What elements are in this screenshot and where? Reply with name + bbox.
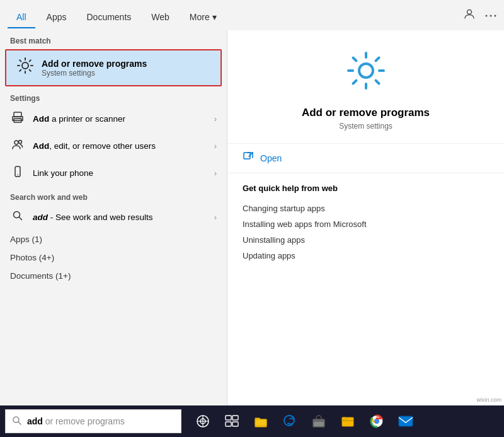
best-match-label: Best match: [0, 30, 227, 48]
taskbar-search-text: add or remove programs: [27, 416, 125, 426]
search-icon: [10, 210, 25, 224]
users-icon: [10, 138, 25, 154]
taskbar-taskview-icon[interactable]: [192, 410, 214, 433]
settings-label: Settings: [0, 88, 227, 105]
chevron-right-icon: ›: [214, 115, 217, 124]
taskbar: add or remove programs: [0, 405, 504, 437]
right-gear-icon: [346, 50, 386, 99]
svg-point-4: [22, 62, 28, 69]
settings-item-users[interactable]: Add, edit, or remove other users ›: [0, 132, 227, 160]
taskbar-chrome-icon[interactable]: [365, 410, 388, 433]
svg-point-1: [486, 15, 488, 17]
svg-point-3: [495, 15, 496, 17]
category-documents[interactable]: Documents (1+): [0, 267, 227, 285]
best-match-subtitle: System settings: [42, 69, 147, 78]
taskbar-mail-icon[interactable]: [394, 410, 417, 433]
quick-help-link-2[interactable]: Uninstalling apps: [243, 232, 489, 248]
svg-point-7: [20, 118, 21, 119]
tab-apps[interactable]: Apps: [38, 7, 76, 28]
taskbar-desktop-icon[interactable]: [220, 410, 243, 433]
tab-web[interactable]: Web: [142, 7, 178, 28]
best-match-text: Add or remove programs System settings: [42, 59, 147, 78]
svg-point-11: [17, 174, 18, 175]
svg-rect-23: [232, 422, 238, 426]
right-header: Add or remove programs System settings: [227, 30, 504, 144]
chevron-right-icon-3: ›: [214, 169, 217, 178]
content-area: Best match Add or remove programs System…: [0, 30, 504, 437]
printer-icon: [10, 111, 25, 127]
taskbar-edge-icon[interactable]: [278, 410, 301, 433]
search-web-label: Search work and web: [0, 187, 227, 204]
svg-point-2: [490, 15, 492, 17]
watermark: wixin.com: [474, 395, 504, 404]
quick-help-title: Get quick help from web: [243, 184, 489, 193]
svg-point-31: [374, 419, 379, 424]
taskbar-icons: [192, 410, 417, 433]
svg-rect-20: [226, 416, 231, 420]
tab-all[interactable]: All: [8, 7, 35, 28]
category-apps[interactable]: Apps (1): [0, 230, 227, 248]
right-panel: Add or remove programs System settings O…: [227, 30, 504, 437]
category-photos[interactable]: Photos (4+): [0, 248, 227, 267]
quick-help-link-3[interactable]: Updating apps: [243, 248, 489, 264]
svg-rect-26: [313, 419, 324, 422]
feedback-icon[interactable]: [464, 8, 475, 22]
open-icon: [243, 151, 254, 165]
more-options-icon[interactable]: [485, 8, 496, 22]
svg-rect-22: [226, 422, 231, 426]
open-label: Open: [260, 153, 282, 163]
right-title: Add or remove programs: [302, 107, 430, 119]
taskbar-explorer-icon[interactable]: [249, 410, 272, 433]
taskbar-search-icon: [12, 416, 22, 428]
nav-action-icons: [464, 8, 496, 22]
svg-rect-24: [255, 419, 266, 426]
taskbar-files-icon[interactable]: [336, 410, 359, 433]
svg-rect-32: [399, 416, 413, 426]
tab-more[interactable]: More ▾: [181, 7, 226, 28]
quick-help-link-1[interactable]: Installing web apps from Microsoft: [243, 216, 489, 232]
best-match-item[interactable]: Add or remove programs System settings: [5, 49, 222, 86]
phone-item-text: Link your phone: [33, 168, 214, 178]
search-web-text: add - See work and web results: [33, 213, 214, 222]
svg-rect-21: [232, 416, 238, 420]
settings-item-printer[interactable]: Add a printer or scanner ›: [0, 105, 227, 132]
svg-point-13: [359, 64, 373, 78]
gear-icon: [16, 57, 34, 79]
users-item-text: Add, edit, or remove other users: [33, 141, 214, 151]
open-button[interactable]: Open: [227, 144, 504, 173]
best-match-title: Add or remove programs: [42, 59, 147, 69]
right-subtitle: System settings: [339, 122, 392, 131]
chevron-right-icon-2: ›: [214, 142, 217, 151]
taskbar-store-icon[interactable]: [307, 410, 330, 433]
svg-point-0: [467, 10, 472, 15]
settings-item-phone[interactable]: Link your phone ›: [0, 160, 227, 187]
svg-point-9: [19, 141, 22, 144]
svg-point-8: [14, 141, 18, 144]
taskbar-search-box[interactable]: add or remove programs: [5, 409, 181, 433]
left-panel: Best match Add or remove programs System…: [0, 30, 227, 437]
svg-rect-29: [342, 417, 346, 420]
tab-documents[interactable]: Documents: [77, 7, 140, 28]
svg-rect-5: [14, 112, 21, 117]
chevron-right-icon-4: ›: [214, 213, 217, 222]
quick-help-section: Get quick help from web Changing startup…: [227, 173, 504, 274]
phone-icon: [10, 165, 25, 181]
printer-item-text: Add a printer or scanner: [33, 114, 214, 124]
nav-tabs: All Apps Documents Web More ▾: [0, 0, 504, 30]
search-web-item[interactable]: add - See work and web results ›: [0, 204, 227, 230]
quick-help-link-0[interactable]: Changing startup apps: [243, 201, 489, 216]
